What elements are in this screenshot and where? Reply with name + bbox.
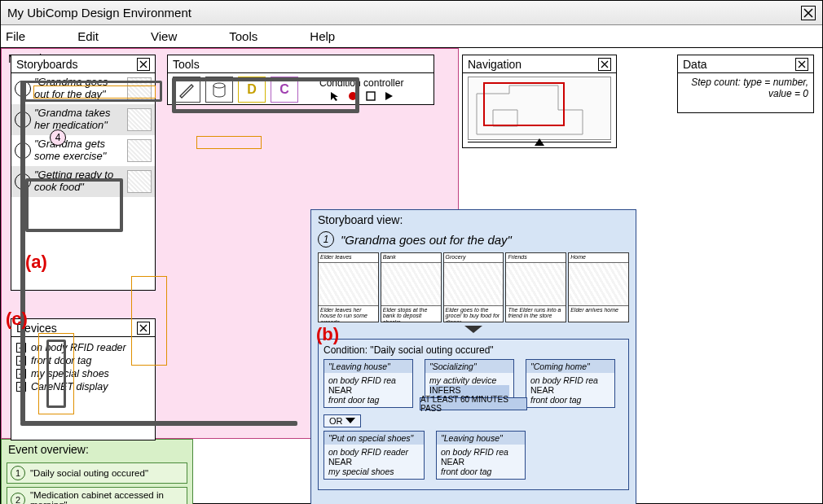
close-icon[interactable] [137,58,150,71]
storyboard-view-number: 1 [318,231,334,248]
menu-help[interactable]: Help [310,29,335,43]
close-icon[interactable] [795,58,808,71]
condition-box[interactable]: "Leaving house" on body RFID rea NEAR fr… [436,431,526,480]
storyboard-frame[interactable]: Elder leavesElder leaves her house to ru… [318,252,379,322]
slider-handle-icon[interactable] [535,138,544,146]
storyboard-item[interactable]: 2 "Grandma takes her medication" [11,104,155,135]
navigation-panel: Navigation [462,55,617,148]
condition-row: "Leaving house" on body RFID rea NEAR fr… [323,359,623,408]
condition-box[interactable]: "Leaving house" on body RFID rea NEAR fr… [323,359,413,408]
navigation-viewport[interactable] [483,82,565,126]
menu-edit[interactable]: Edit [77,29,99,43]
event-label: "Medication cabinet accessed in morning" [30,490,183,504]
condition-box[interactable]: "Coming home" on body RFID rea NEAR fron… [526,359,615,408]
storyboard-label: "Grandma takes her medication" [34,107,124,132]
menu-bar: File Edit View Tools Help [1,25,822,48]
menu-view[interactable]: View [151,29,177,43]
stop-icon[interactable] [365,90,376,102]
storyboard-view-title: Storyboard view: [311,210,636,230]
event-row[interactable]: 1"Daily social outing occured" [7,462,187,484]
storyboard-strip: Elder leavesElder leaves her house to ru… [311,249,636,326]
condition-box[interactable]: "Put on special shoes" on body RFID read… [323,431,425,480]
event-row[interactable]: 2"Medication cabinet accessed in morning… [7,487,187,504]
workspace: Storyboards 1 "Grandma goes out for the … [1,48,822,504]
storyboard-label: "Grandma gets some exercise" [34,138,124,163]
data-title: Data [683,58,707,71]
storyboard-thumb [127,139,152,162]
close-icon[interactable] [598,58,611,71]
time-constraint[interactable]: AT LEAST 60 MINUTES PASS [420,397,527,410]
zoom-slider[interactable] [468,142,611,147]
annotation-c: (c) [6,309,28,330]
svg-rect-2 [367,92,375,100]
condition-title: Condition: "Daily social outing occured" [323,344,623,356]
navigation-minimap[interactable] [468,77,611,140]
data-header[interactable]: Data [678,55,813,73]
or-connector[interactable]: OR [323,414,361,427]
storyboard-thumb [127,108,152,131]
storyboards-header[interactable]: Storyboards [11,55,155,73]
map-marker[interactable]: 4 [50,129,66,146]
device-item[interactable]: +CareNET display [16,381,150,392]
menu-tools[interactable]: Tools [229,29,257,43]
event-overview: Event overview: 1"Daily social outing oc… [1,439,193,504]
tools-header[interactable]: Tools [168,55,434,73]
storyboards-title: Storyboards [16,58,77,71]
event-label: "Daily social outing occured" [30,468,148,478]
storyboard-view-heading: 1 "Grandma goes out for the day" [311,230,636,249]
navigation-header[interactable]: Navigation [463,55,616,73]
annotation-a: (a) [25,252,47,273]
navigation-title: Navigation [468,58,522,71]
storyboard-frame[interactable]: BankElder stops at the bank to deposit c… [381,252,442,322]
condition-row: "Put on special shoes" on body RFID read… [323,431,623,480]
storyboard-item[interactable]: 3 "Grandma gets some exercise" [11,135,155,166]
chevron-down-icon [345,418,355,424]
data-content: Step count: type = number, value = 0 [678,73,813,103]
storyboard-view-label: "Grandma goes out for the day" [341,233,512,247]
event-overview-title: Event overview: [2,440,192,459]
tools-title: Tools [173,58,200,71]
device-item[interactable]: +my special shoes [16,368,150,379]
event-number: 2 [11,493,25,504]
device-item[interactable]: +front door tag [16,355,150,366]
app-window: My UbiComp Design Environment File Edit … [0,0,823,504]
device-item[interactable]: +on body RFID reader [16,342,150,353]
menu-file[interactable]: File [6,29,25,43]
annotation-b: (b) [316,324,339,345]
event-number: 1 [11,466,25,480]
play-icon[interactable] [383,90,394,102]
storyboard-thumb [127,170,152,193]
storyboard-frame[interactable]: FriendsThe Elder runs into a friend in t… [505,252,566,322]
condition-area: Condition: "Daily social outing occured"… [318,339,629,490]
drag-handle-icon[interactable] [311,326,636,334]
data-panel: Data Step count: type = number, value = … [677,55,814,113]
storyboard-frame[interactable]: GroceryElder goes to the grocer to buy f… [443,252,504,322]
close-icon[interactable] [801,6,816,20]
storyboard-frame[interactable]: HomeElder arrives home [568,252,629,322]
app-title: My UbiComp Design Environment [7,6,191,20]
storyboard-view: Storyboard view: 1 "Grandma goes out for… [310,209,636,504]
title-bar: My UbiComp Design Environment [1,1,822,25]
